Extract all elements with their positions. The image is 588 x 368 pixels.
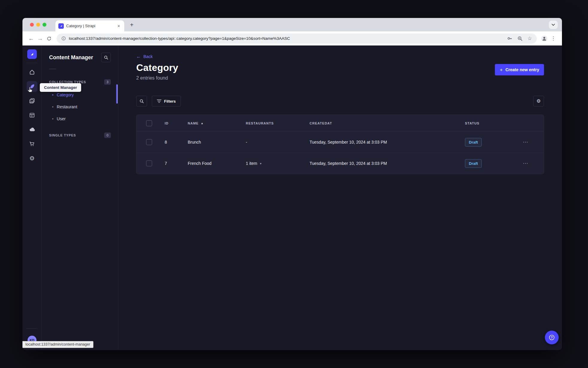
password-key-icon[interactable] <box>507 36 513 41</box>
row-actions-menu-icon[interactable]: ⋯ <box>523 139 528 145</box>
column-header-name[interactable]: NAME ▲ <box>188 121 246 125</box>
search-icon <box>140 99 144 104</box>
macos-traffic-lights <box>30 23 46 27</box>
sidebar-item-content-type-builder[interactable] <box>27 110 37 121</box>
browser-toolbar: ← → localhost:1337/admin/content-manager… <box>22 31 562 45</box>
bullet-icon: • <box>52 93 54 97</box>
create-new-entry-label: Create new entry <box>505 67 539 72</box>
browser-window: Category | Strapi × + ← → localhost:1337… <box>22 18 562 350</box>
plus-icon: + <box>500 67 503 72</box>
cell-restaurants[interactable]: 1 item ▾ <box>246 161 310 166</box>
status-bar-link: localhost:1337/admin/content-manager <box>22 341 93 348</box>
entries-table: ID NAME ▲ RESTAURANTS CREATEDAT STATUS 8… <box>136 115 544 174</box>
browser-tab[interactable]: Category | Strapi × <box>55 20 124 31</box>
strapi-admin-app: ⚙ KD Content Manager COLLECTION TYPES 3 <box>22 45 562 350</box>
hand-cursor-icon <box>27 86 34 93</box>
bullet-icon: • <box>52 105 54 109</box>
zoom-icon[interactable] <box>517 36 523 41</box>
create-new-entry-button[interactable]: + Create new entry <box>495 64 544 75</box>
page-title: Category <box>136 62 178 73</box>
sidebar-item-cloud[interactable] <box>27 124 37 135</box>
cell-createdat: Tuesday, September 10, 2024 at 3:03 PM <box>310 140 465 145</box>
sort-ascending-icon: ▲ <box>201 122 204 125</box>
sidebar-item-marketplace[interactable] <box>27 139 37 149</box>
media-library-icon <box>29 98 35 104</box>
subnav-item-label: Category <box>57 92 74 97</box>
url-text[interactable]: localhost:1337/admin/content-manager/col… <box>69 36 504 41</box>
back-label: Back <box>143 54 153 59</box>
filters-label: Filters <box>164 99 176 104</box>
row-checkbox[interactable] <box>146 139 152 145</box>
sidebar-item-media-library[interactable] <box>27 95 37 106</box>
column-header-createdat[interactable]: CREATEDAT <box>310 121 465 125</box>
subnav-search-button[interactable] <box>101 53 111 62</box>
sidebar-item-home[interactable] <box>27 67 37 77</box>
browser-tab-strip: Category | Strapi × + <box>22 18 562 31</box>
url-bar-actions: ☆ <box>507 36 532 41</box>
status-badge: Draft <box>465 159 482 168</box>
table-header-row: ID NAME ▲ RESTAURANTS CREATEDAT STATUS <box>137 115 544 131</box>
table-row[interactable]: 8 Brunch - Tuesday, September 10, 2024 a… <box>137 131 544 153</box>
column-header-id[interactable]: ID <box>165 121 188 125</box>
subnav-title: Content Manager <box>49 54 93 61</box>
question-icon: ? <box>548 334 555 341</box>
select-all-checkbox[interactable] <box>146 120 152 126</box>
tab-title: Category | Strapi <box>66 24 114 28</box>
fullscreen-window-button[interactable] <box>43 23 46 27</box>
table-search-button[interactable] <box>136 96 147 107</box>
subnav-divider <box>49 69 56 69</box>
content-manager-tooltip: Content Manager <box>40 83 81 92</box>
minimize-window-button[interactable] <box>36 23 40 27</box>
browser-reload-button[interactable] <box>45 34 54 43</box>
back-link[interactable]: ← Back <box>136 54 153 59</box>
column-header-status[interactable]: STATUS <box>465 121 523 125</box>
cloud-icon <box>29 126 35 133</box>
browser-profile-icon[interactable] <box>540 34 549 43</box>
close-window-button[interactable] <box>30 23 34 27</box>
filters-button[interactable]: Filters <box>152 96 181 107</box>
cell-restaurants: - <box>246 140 310 145</box>
collection-types-count-badge: 3 <box>104 79 111 85</box>
subnav-item-label: User <box>57 116 66 121</box>
single-types-section: SINGLE TYPES 0 <box>49 133 111 138</box>
subnav-item-label: Restaurant <box>57 104 77 109</box>
filter-icon <box>157 99 161 103</box>
table-settings-button[interactable]: ⚙ <box>533 96 544 107</box>
content-type-builder-icon <box>29 112 35 118</box>
home-icon <box>29 69 35 75</box>
url-bar[interactable]: localhost:1337/admin/content-manager/col… <box>57 34 537 44</box>
row-actions-menu-icon[interactable]: ⋯ <box>523 161 528 166</box>
site-info-icon[interactable] <box>61 36 66 41</box>
shopping-cart-icon <box>29 141 35 147</box>
row-checkbox[interactable] <box>146 160 152 166</box>
bullet-icon: • <box>52 117 54 121</box>
subnav-item-restaurant[interactable]: • Restaurant <box>49 101 111 113</box>
question-glyph: ? <box>551 336 553 339</box>
table-row[interactable]: 7 French Food 1 item ▾ Tuesday, Septembe… <box>137 153 544 174</box>
new-tab-button[interactable]: + <box>128 21 136 29</box>
back-arrow-icon: ← <box>136 54 141 59</box>
status-badge: Draft <box>465 138 482 147</box>
cell-id: 8 <box>165 140 188 145</box>
rail-divider <box>26 63 38 63</box>
tab-search-chevron-button[interactable] <box>549 21 558 29</box>
help-button[interactable]: ? <box>545 331 559 344</box>
search-icon <box>104 55 108 60</box>
browser-menu-icon[interactable]: ⋮ <box>549 34 558 43</box>
column-header-restaurants[interactable]: RESTAURANTS <box>246 121 310 125</box>
chevron-down-icon: ▾ <box>260 162 261 165</box>
strapi-logo[interactable] <box>27 49 37 59</box>
browser-forward-button[interactable]: → <box>36 34 45 43</box>
single-types-count-badge: 0 <box>104 133 111 138</box>
cell-createdat: Tuesday, September 10, 2024 at 3:03 PM <box>310 161 465 166</box>
gear-icon: ⚙ <box>29 155 35 161</box>
sidebar-item-settings[interactable]: ⚙ <box>27 153 37 164</box>
page-header: ← Back Category 2 entries found <box>136 54 178 81</box>
bookmark-star-icon[interactable]: ☆ <box>528 36 532 41</box>
tab-close-icon[interactable]: × <box>116 23 121 29</box>
subnav-scrollbar-thumb[interactable] <box>116 84 118 104</box>
subnav-item-user[interactable]: • User <box>49 113 111 125</box>
cell-name: Brunch <box>188 140 246 145</box>
browser-back-button[interactable]: ← <box>27 34 36 43</box>
entries-count: 2 entries found <box>136 75 178 81</box>
